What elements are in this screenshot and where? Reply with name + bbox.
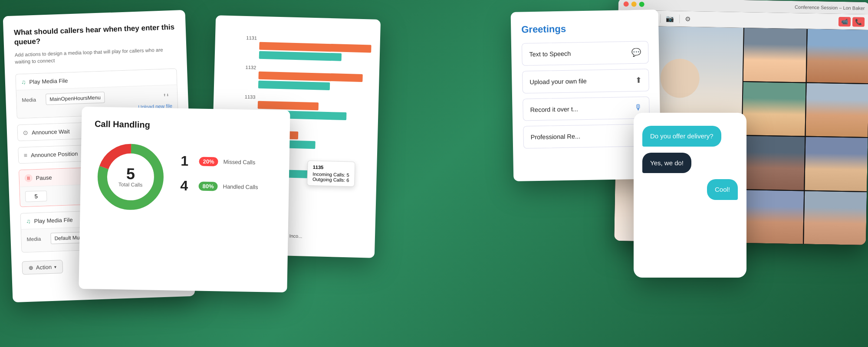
video-side-grid xyxy=(740,28,868,245)
handled-calls-label: Handled Calls xyxy=(223,183,258,190)
bar-1132-teal xyxy=(258,81,330,90)
music-icon-2: ♫ xyxy=(26,218,31,225)
bar-1133-orange xyxy=(258,101,319,111)
music-icon: ♫ xyxy=(21,79,26,85)
pause-icon: II xyxy=(24,174,33,183)
donut-chart: 5 Total Calls xyxy=(93,139,168,214)
video-thumb-7 xyxy=(740,190,804,244)
tooltip-title: 1135 xyxy=(313,164,350,170)
bar-label-1131: 1131 xyxy=(243,35,257,41)
minimize-button[interactable] xyxy=(631,2,637,7)
maximize-button[interactable] xyxy=(639,2,644,7)
participant-4-video xyxy=(806,83,868,137)
video-thumb-8 xyxy=(804,191,867,245)
add-action-button[interactable]: ⊕ Action ▾ xyxy=(22,260,63,275)
participant-7-video xyxy=(740,190,804,244)
action-label-pause: Pause xyxy=(36,174,52,181)
chat-card: Do you offer delivery? Yes, we do! Cool! xyxy=(634,113,746,278)
speech-icon: 💬 xyxy=(631,48,641,57)
queue-subtitle: Add actions to design a media loop that … xyxy=(14,46,176,65)
action-label-wait: Announce Wait xyxy=(32,128,70,136)
participant-6-video xyxy=(805,137,868,191)
media-field-label-2: Media xyxy=(26,236,46,243)
action-label-play-1: Play Media File xyxy=(29,77,68,85)
missed-calls-row: 1 20% Missed Calls xyxy=(181,153,276,171)
calls-title: Call Handling xyxy=(95,119,277,132)
bar-group-1131: 1131 xyxy=(243,35,372,62)
close-button[interactable] xyxy=(624,1,629,7)
greeting-professional-label: Professional Re... xyxy=(531,133,581,141)
bar-label-1131-o xyxy=(243,46,256,46)
missed-calls-label: Missed Calls xyxy=(223,159,255,166)
participant-8-video xyxy=(804,191,867,245)
add-action-label: Action xyxy=(36,264,52,271)
media-select-1[interactable]: MainOpenHoursMenu xyxy=(46,92,105,105)
greeting-option-professional[interactable]: Professional Re... ⭐ xyxy=(523,124,650,148)
video-thumb-6 xyxy=(805,137,868,191)
end-video-button[interactable]: 📹 xyxy=(838,16,851,26)
camera-toolbar-icon[interactable]: 📷 xyxy=(666,14,674,22)
legend-label-incoming: Inco... xyxy=(289,233,302,239)
bar-label-1132: 1132 xyxy=(242,65,256,70)
greeting-option-tts[interactable]: Text to Speech 💬 xyxy=(522,41,649,65)
participant-5-video xyxy=(741,136,805,190)
total-calls-label: Total Calls xyxy=(118,181,143,188)
missed-calls-number: 1 xyxy=(181,153,194,170)
chat-bubble-1: Do you offer delivery? xyxy=(642,126,721,147)
chat-bubble-2: Yes, we do! xyxy=(642,153,691,174)
greeting-upload-label: Upload your own file xyxy=(529,78,587,85)
chart-tooltip: 1135 Incoming Calls: 5 Outgoing Calls: 6 xyxy=(307,160,355,187)
participant-1-video xyxy=(743,28,807,82)
video-end-buttons: 📹 📞 xyxy=(838,16,865,26)
total-calls-number: 5 xyxy=(118,166,143,182)
video-session-title: Conference Session – Lon Baker xyxy=(795,4,865,11)
bar-label-1133-o xyxy=(241,105,255,105)
bar-label-1132-t xyxy=(242,84,256,85)
toolbar-separator-1 xyxy=(660,14,661,23)
bar-1132-orange xyxy=(258,72,362,82)
greeting-tts-label: Text to Speech xyxy=(529,50,571,58)
greeting-record-label: Record it over t... xyxy=(530,105,578,113)
tooltip-outgoing: Outgoing Calls: 6 xyxy=(312,177,349,183)
handled-calls-row: 4 80% Handled Calls xyxy=(180,178,276,196)
bar-group-1132: 1132 xyxy=(242,65,371,92)
missed-calls-badge: 20% xyxy=(199,157,218,167)
greetings-title: Greetings xyxy=(521,22,648,35)
participant-3-video xyxy=(742,82,806,136)
mic-icon: 🎙 xyxy=(634,103,642,112)
media-field-label-1: Media xyxy=(22,97,41,104)
video-thumb-5 xyxy=(741,136,805,190)
end-call-button[interactable]: 📞 xyxy=(852,17,865,26)
settings-toolbar-icon[interactable]: ⚙ xyxy=(685,15,690,23)
media-field-row-1: Media MainOpenHoursMenu xyxy=(22,89,172,106)
bar-label-1133: 1133 xyxy=(241,94,255,100)
media-select-wrapper-1[interactable]: MainOpenHoursMenu xyxy=(46,89,172,105)
video-thumb-4 xyxy=(806,83,868,137)
list-icon: ≡ xyxy=(24,152,28,159)
bar-row-1132-teal xyxy=(242,80,370,92)
action-label-play-2: Play Media File xyxy=(34,216,72,224)
bar-1131-teal xyxy=(259,51,342,61)
calls-stats: 1 20% Missed Calls 4 80% Handled Calls xyxy=(180,153,276,204)
caret-icon: ▾ xyxy=(54,265,56,269)
participant-2-video xyxy=(806,29,868,83)
bar-label-1131-t xyxy=(243,55,256,55)
greeting-option-upload[interactable]: Upload your own file ⬆ xyxy=(522,69,649,93)
handled-calls-number: 4 xyxy=(180,178,194,194)
video-thumb-3 xyxy=(742,82,806,136)
handled-calls-badge: 80% xyxy=(198,182,217,191)
queue-title: What should callers hear when they enter… xyxy=(14,23,176,47)
greeting-option-record[interactable]: Record it over t... 🎙 xyxy=(523,96,650,121)
video-thumb-1 xyxy=(743,28,807,82)
chat-bubble-3: Cool! xyxy=(707,179,738,200)
upload-icon: ⬆ xyxy=(635,75,641,85)
pause-input[interactable] xyxy=(25,191,47,203)
video-thumb-2 xyxy=(806,29,868,83)
clock-icon: ⊙ xyxy=(23,129,29,136)
bar-row-1131-teal xyxy=(243,51,371,62)
plus-icon: ⊕ xyxy=(29,265,34,271)
action-label-position: Announce Position xyxy=(31,151,78,159)
call-handling-card: Call Handling 5 Total Calls 1 20% xyxy=(79,107,290,292)
donut-center: 5 Total Calls xyxy=(118,166,143,188)
bar-label-1132-o xyxy=(242,75,256,75)
